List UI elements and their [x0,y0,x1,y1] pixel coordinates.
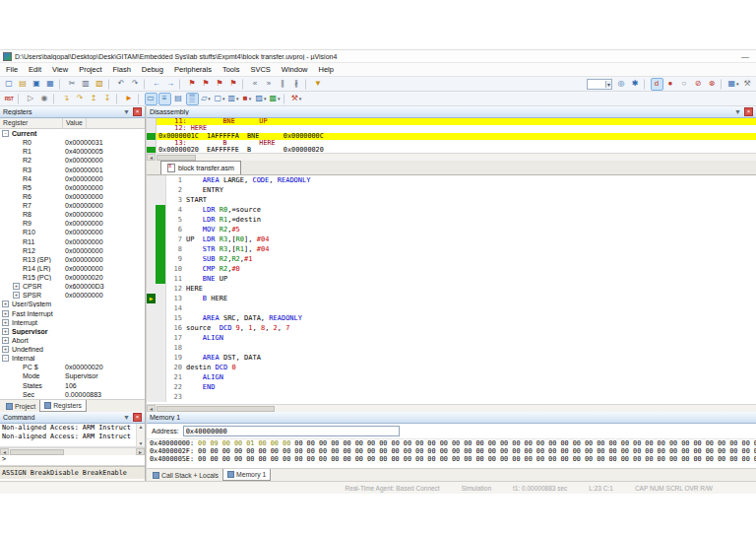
toolbar-icon[interactable] [144,79,148,90]
register-row[interactable]: R15 (PC) 0x00000020 [0,273,145,282]
menu-item[interactable]: Flash [113,65,131,74]
serial-window-icon[interactable]: ■ [241,93,254,105]
code-line[interactable]: 3 START [147,195,756,205]
editor-tab[interactable]: block transfer.asm [160,161,241,174]
dock-tab[interactable]: Call Stack + Locals [149,469,222,481]
redo-icon[interactable]: ↷ [129,78,142,91]
new-file-icon[interactable]: ▢ [3,78,16,91]
tree-expander-icon[interactable] [13,265,20,272]
symbol-window-icon[interactable]: ▤ [172,93,185,105]
toolbar-icon[interactable] [179,79,183,90]
register-row[interactable]: States 106 [0,381,145,390]
toolbar-icon[interactable] [108,79,112,90]
breakpoint-margin[interactable] [147,234,156,244]
toolbar-icon[interactable] [644,79,648,90]
toolbox-icon[interactable]: ⚒ [290,93,303,105]
toolbar-icon[interactable] [284,94,287,104]
breakpoint-margin[interactable] [147,313,156,323]
memory-row[interactable]: 0x4000005E: 00 00 00 00 00 00 00 00 00 0… [147,455,756,463]
call-stack-window-icon[interactable]: ▱ [200,93,213,105]
tree-expander-icon[interactable] [13,211,20,218]
breakpoint-margin[interactable] [147,392,156,402]
indent-icon[interactable]: » [263,78,276,91]
target-select-dropdown[interactable] [587,79,612,90]
tree-expander-icon[interactable]: + [13,292,20,299]
menu-item[interactable]: Debug [142,65,163,74]
tree-expander-icon[interactable] [13,274,20,281]
address-input[interactable] [183,426,400,436]
breakpoint-margin[interactable] [147,353,156,363]
command-window-icon[interactable]: ▭ [145,93,158,105]
code-line[interactable]: 9 SUB R2,R2,#1 [147,254,756,264]
breakpoint-margin[interactable] [147,303,156,313]
tree-expander-icon[interactable] [13,229,20,235]
scroll-left-icon[interactable]: ◄ [147,154,156,161]
breakpoint-margin[interactable] [147,382,156,392]
code-line[interactable]: 21 ALIGN [147,372,756,382]
watch-window-icon[interactable]: ▢ [214,93,226,105]
register-row[interactable]: R2 0x00000000 [0,156,145,165]
register-row[interactable]: R13 (SP) 0x00000000 [0,255,145,264]
menu-item[interactable]: Help [319,65,334,74]
tree-expander-icon[interactable] [13,256,20,263]
register-row[interactable]: PC $ 0x00000020 [0,363,145,371]
code-line[interactable]: 12 HERE [147,284,756,294]
navigate-back-icon[interactable]: ← [151,78,163,91]
toolbar-icon[interactable] [242,79,246,90]
breakpoint-margin[interactable] [147,372,156,382]
tree-expander-icon[interactable] [13,167,20,173]
tree-expander-icon[interactable] [13,238,20,245]
register-row[interactable]: R7 0x00000000 [0,201,145,210]
command-vscrollbar[interactable]: ▲▼ [136,424,145,446]
toolbar-icon[interactable] [53,94,57,104]
window-layout-icon[interactable]: ▦ [727,78,740,91]
auto-hide-pin-icon[interactable]: ▼ [121,414,132,421]
scroll-left-icon[interactable]: ◄ [0,448,9,455]
menu-item[interactable]: SVCS [250,65,270,74]
tree-expander-icon[interactable] [13,175,20,182]
kill-all-breakpoints-icon[interactable]: ⊗ [706,78,719,91]
dock-tab[interactable]: Registers [39,400,87,412]
disassembly-row[interactable]: 11: BNE UP [147,118,756,125]
close-icon[interactable]: × [133,413,142,422]
memory-row[interactable]: 0x40000000: 00 09 00 00 01 00 00 00 00 0… [147,439,756,447]
tree-expander-icon[interactable] [13,391,20,398]
register-row[interactable]: R14 (LR) 0x00000000 [0,264,145,273]
helper-icon[interactable]: ✱ [629,78,642,91]
register-row[interactable]: +SPSR 0x00000000 [0,291,145,300]
minimize-button[interactable]: — [737,52,753,61]
tree-expander-icon[interactable]: + [2,337,9,344]
register-row[interactable]: R12 0x00000000 [0,246,145,255]
toolbar-icon[interactable] [116,94,120,104]
comment-icon[interactable]: ∥ [277,78,289,91]
scroll-thumb[interactable] [157,155,196,161]
register-row[interactable]: R5 0x00000000 [0,183,145,192]
code-line[interactable]: 14 [147,303,756,313]
insert-breakpoint-icon[interactable]: ● [664,78,677,91]
code-line[interactable]: 10 CMP R2,#0 [147,264,756,274]
show-next-statement-icon[interactable]: ► [123,93,136,105]
close-icon[interactable]: × [133,107,142,116]
system-viewer-icon[interactable]: ▩ [269,93,282,105]
breakpoint-margin[interactable] [147,343,156,353]
register-row[interactable]: -Current [0,129,145,138]
scroll-left-icon[interactable]: ◄ [147,405,156,412]
memory-row[interactable]: 0x4000002F: 00 00 00 00 00 00 00 00 00 0… [147,447,756,455]
auto-hide-pin-icon[interactable]: ▼ [121,108,132,115]
breakpoint-margin[interactable] [147,264,156,274]
breakpoint-margin[interactable] [147,284,156,294]
breakpoint-margin[interactable] [147,175,156,185]
memory-window-icon[interactable]: ▥ [227,93,240,105]
register-row[interactable]: R6 0x00000000 [0,192,145,201]
menu-item[interactable]: View [52,65,68,74]
command-input[interactable]: > [0,455,145,466]
register-row[interactable]: Sec 0.00000883 [0,390,145,399]
open-file-icon[interactable]: ▤ [17,78,30,91]
tree-expander-icon[interactable] [13,148,20,155]
breakpoint-margin[interactable] [147,333,156,343]
find-in-files-icon[interactable]: ◎ [615,78,628,91]
toolbar-icon[interactable] [721,79,724,90]
register-row[interactable]: R11 0x00000000 [0,237,145,246]
menu-item[interactable]: Window [282,65,308,74]
menu-item[interactable]: Edit [29,65,41,74]
